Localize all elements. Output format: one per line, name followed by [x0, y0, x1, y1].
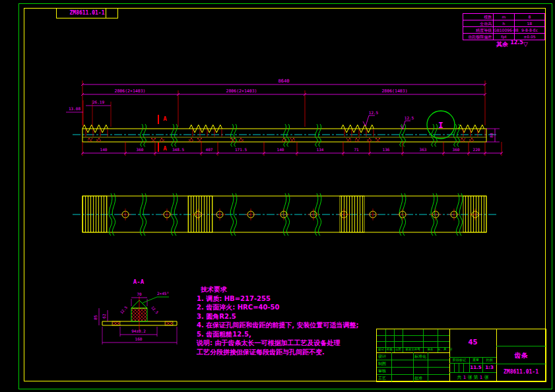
hatch-patch [346, 138, 351, 142]
dim-bottom: 140 [100, 147, 108, 152]
dim-height: 85 [93, 315, 98, 320]
break-line [174, 124, 177, 147]
sheet-info: 共 1 张 第 1 张 [449, 374, 496, 381]
break-line [315, 124, 317, 147]
standardization-label: 标准化 [414, 354, 426, 360]
dim-height: 88 [489, 133, 494, 138]
plate-hatch [112, 321, 120, 325]
break-line [434, 124, 437, 147]
roughness-icon [363, 115, 375, 126]
flank-roughness: 12.5 [119, 306, 128, 315]
sign-label-check: 审核 [378, 368, 386, 374]
grid-line [449, 372, 496, 373]
dim-hole-span: 94±0.2 [131, 329, 146, 333]
dim-bottom: 171.5 [235, 147, 247, 152]
break-line [143, 124, 146, 147]
dim-bottom: 348.5 [172, 147, 184, 152]
hatch-patch [367, 138, 372, 142]
top-view-details: 140360348.5407171.514013471136363360220 [81, 83, 503, 156]
plate-hatch [165, 321, 173, 325]
roughness-value: 12.5 [405, 115, 414, 120]
note-line: 3. 圆角R2.5 [197, 312, 381, 321]
break-line [283, 124, 286, 147]
roughness-value: 12.5 [369, 110, 379, 115]
dim-bottom: 220 [473, 147, 480, 152]
hatch-patch [88, 138, 92, 142]
hatch-patch [151, 138, 156, 142]
section-letter: A [163, 115, 167, 122]
sheet-word: 张 [467, 375, 472, 380]
sign-label-draw: 制图 [378, 361, 386, 367]
teeth-band [188, 196, 212, 232]
detail-mark: I [438, 120, 443, 130]
title-block: 标记 处数 分区 更改文件号 签名 年、月、日 设计 制图 审核 工艺 标准化 … [376, 329, 546, 382]
sheet-word: 共 [457, 375, 461, 380]
drawing-number: ZM8611.01-1 [496, 369, 546, 375]
break-line [230, 124, 233, 147]
hatch-patch [189, 138, 193, 142]
dim-segment: 2806(2×1403) [226, 88, 257, 94]
dim-pitch: 26.19 [92, 100, 104, 104]
hatch-patch [469, 138, 474, 142]
grid-line [413, 352, 414, 381]
break-line [286, 124, 289, 147]
dim-height: 62 [102, 313, 106, 319]
scale-value: 1:3 [482, 365, 496, 370]
hatch-patch [461, 138, 465, 142]
dim-bottom: 136 [383, 147, 390, 152]
section-view: A-A 70 2×45° 85 62 12.5 12.5 94±0.2 [93, 278, 177, 344]
dim-bottom: 71 [354, 147, 359, 152]
rev-header: 标记 [377, 348, 385, 351]
teeth-band [82, 196, 107, 232]
sign-label-process: 工艺 [378, 376, 386, 381]
dim-bottom: 134 [317, 147, 324, 152]
hatch-patch [355, 138, 360, 142]
dim-base-width: 160 [135, 337, 143, 341]
section-letter: A [163, 145, 167, 152]
grid-line [496, 346, 546, 346]
break-line [318, 124, 321, 147]
rev-header: 分区 [394, 348, 403, 351]
approve-label: 批准 [414, 376, 422, 381]
dim-pitch: 13.08 [69, 106, 81, 111]
rev-header: 更改文件号 [403, 348, 423, 351]
grid-line [449, 363, 496, 364]
weight-value: 11.5 [469, 365, 482, 370]
plan-view [73, 193, 496, 236]
note-line: 1. 调质: HB=217-255 [197, 294, 381, 304]
technical-notes: 技术要求 1. 调质: HB=217-255 2. 齿面淬火: HRC=40-5… [197, 285, 381, 356]
break-line [234, 124, 236, 147]
teeth-band [340, 196, 364, 232]
grid-line [454, 363, 455, 372]
dim-bottom: 363 [420, 147, 427, 152]
hatch-patch [375, 138, 380, 142]
sign-label-design: 设计 [378, 354, 386, 360]
hatch-patch [282, 138, 286, 142]
hatch-patch [160, 138, 164, 142]
dim-segment: 2806(1403) [381, 88, 407, 94]
note-line: 工艺分段拼接但保证每段齿距与孔间距不变. [197, 348, 381, 357]
dim-chamfer: 2×45° [157, 291, 169, 296]
grid-line [496, 364, 546, 364]
grid-line [459, 363, 459, 372]
grid-line [428, 352, 428, 381]
notes-title: 技术要求 [197, 285, 381, 294]
hatch-patch [197, 138, 202, 142]
rev-header: 签名 [423, 348, 438, 351]
dim-bottom: 360 [137, 147, 144, 152]
dim-bottom: 407 [206, 147, 213, 152]
hatch-patch [230, 138, 235, 142]
rev-header: 处数 [385, 348, 394, 351]
sheet-word: 张 [484, 375, 489, 380]
break-line [171, 124, 174, 147]
break-line [140, 124, 143, 147]
note-line: 4. 在保证孔间距和齿距的前提下, 安装位置可适当调整; [197, 321, 381, 330]
note-line: 5. 齿面粗糙12.5, [197, 330, 381, 339]
note-line: 说明: 由于齿条太长一可根据加工工艺及设备处理 [197, 339, 381, 348]
note-line: 2. 齿面淬火: HRC=40-50 [197, 303, 381, 312]
hatch-patch [290, 138, 295, 142]
part-name: 齿条 [496, 351, 546, 360]
dim-overall: 8640 [278, 79, 290, 84]
grid-line [463, 363, 464, 372]
weight-header: 重量 [469, 358, 482, 362]
